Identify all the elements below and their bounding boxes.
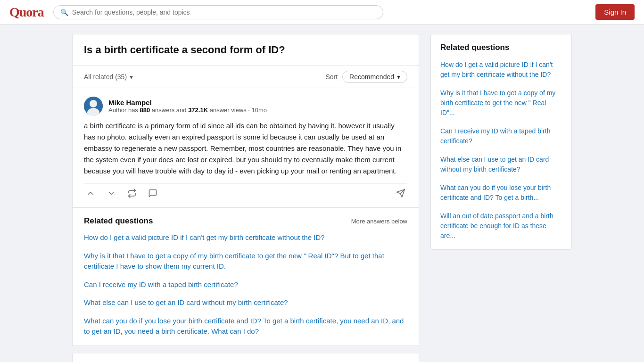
- sidebar-link[interactable]: Why is it that I have to get a copy of m…: [440, 88, 562, 118]
- related-link[interactable]: What can you do if you lose your birth c…: [84, 316, 407, 337]
- answer-card-2: Mark Daly researching my family history …: [72, 354, 419, 362]
- sidebar-link[interactable]: Will an out of date passport and a birth…: [440, 211, 562, 241]
- sidebar-links: How do I get a valid picture ID if I can…: [440, 60, 562, 241]
- repost-button[interactable]: [125, 187, 139, 200]
- comment-button[interactable]: [146, 187, 159, 200]
- author-name-1[interactable]: Mike Hampel: [108, 99, 267, 107]
- related-link[interactable]: How do I get a valid picture ID if I can…: [84, 232, 407, 243]
- related-links-inline: How do I get a valid picture ID if I can…: [84, 232, 407, 337]
- question-title: Is a birth certificate a second form of …: [84, 44, 407, 56]
- more-answers-label: More answers below: [351, 218, 407, 225]
- main-container: Is a birth certificate a second form of …: [63, 25, 581, 362]
- answer-text-1: a birth certificate is a primary form of…: [84, 120, 407, 177]
- content-column: Is a birth certificate a second form of …: [72, 34, 419, 362]
- sidebar: Related questions How do I get a valid p…: [430, 34, 572, 362]
- avatar-1: [84, 97, 103, 115]
- svg-point-1: [90, 100, 97, 107]
- answer-card-1: Mike Hampel Author has 880 answers and 3…: [72, 88, 419, 208]
- header-right: Sign In: [595, 4, 635, 20]
- sign-in-button[interactable]: Sign In: [595, 4, 635, 20]
- related-inline-header: Related questions More answers below: [84, 216, 407, 226]
- author-meta-1: Author has 880 answers and 372.1K answer…: [108, 107, 267, 114]
- filter-left: All related (35) ▾: [84, 73, 133, 81]
- search-bar: 🔍: [53, 5, 383, 19]
- filter-bar: All related (35) ▾ Sort Recommended ▾: [72, 66, 419, 88]
- author-info-1: Mike Hampel Author has 880 answers and 3…: [108, 99, 267, 114]
- sort-recommended-label: Recommended: [349, 73, 394, 81]
- related-link[interactable]: Can I receive my ID with a taped birth c…: [84, 280, 407, 290]
- sort-dropdown-button[interactable]: Recommended ▾: [342, 71, 407, 83]
- sidebar-link[interactable]: Can I receive my ID with a taped birth c…: [440, 126, 562, 146]
- related-link[interactable]: Why is it that I have to get a copy of m…: [84, 251, 407, 272]
- sidebar-link[interactable]: What else can I use to get an ID card wi…: [440, 155, 562, 174]
- action-bar-1: [84, 183, 407, 202]
- all-related-label[interactable]: All related (35): [84, 73, 127, 81]
- search-icon: 🔍: [60, 8, 68, 16]
- search-input[interactable]: [72, 8, 376, 16]
- sidebar-link[interactable]: What can you do if you lose your birth c…: [440, 183, 562, 203]
- chevron-down-icon[interactable]: ▾: [130, 73, 133, 81]
- answer-author-1: Mike Hampel Author has 880 answers and 3…: [84, 97, 407, 115]
- related-inline-title: Related questions: [84, 216, 153, 226]
- sidebar-title: Related questions: [440, 43, 562, 52]
- sidebar-card: Related questions How do I get a valid p…: [430, 34, 572, 250]
- related-link[interactable]: What else can I use to get an ID card wi…: [84, 297, 407, 308]
- upvote-button[interactable]: [84, 187, 97, 200]
- filter-right: Sort Recommended ▾: [325, 71, 407, 83]
- chevron-down-icon: ▾: [397, 73, 400, 81]
- sort-label: Sort: [325, 73, 338, 81]
- sidebar-link[interactable]: How do I get a valid picture ID if I can…: [440, 60, 562, 80]
- downvote-button[interactable]: [105, 187, 118, 200]
- related-inline-card: Related questions More answers below How…: [72, 208, 419, 346]
- logo[interactable]: Quora: [9, 5, 44, 20]
- header: Quora 🔍 Sign In: [0, 0, 644, 25]
- question-card: Is a birth certificate a second form of …: [72, 34, 419, 66]
- share-button[interactable]: [394, 187, 407, 200]
